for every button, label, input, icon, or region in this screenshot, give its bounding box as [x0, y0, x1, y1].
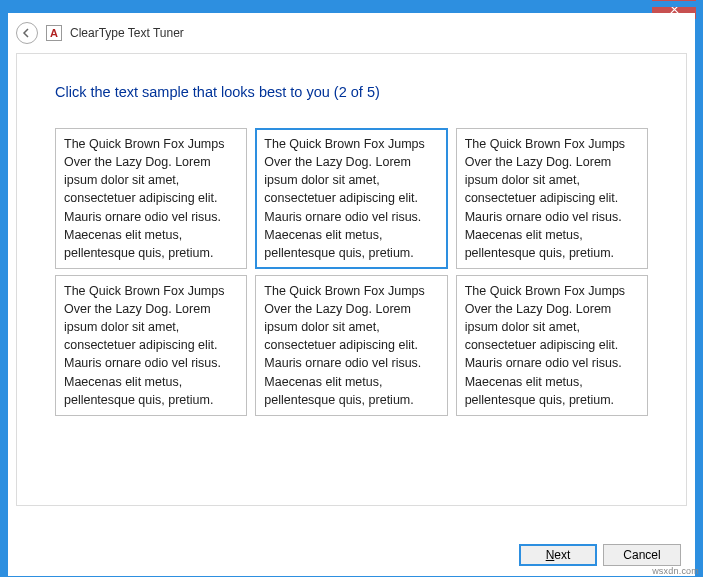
window-frame: A ClearType Text Tuner Click the text sa…: [0, 0, 703, 577]
text-sample-3[interactable]: The Quick Brown Fox Jumps Over the Lazy …: [456, 128, 648, 269]
next-button[interactable]: Next: [519, 544, 597, 566]
samples-grid: The Quick Brown Fox Jumps Over the Lazy …: [55, 128, 648, 416]
text-sample-6[interactable]: The Quick Brown Fox Jumps Over the Lazy …: [456, 275, 648, 416]
watermark: wsxdn.com: [652, 566, 699, 576]
text-sample-4[interactable]: The Quick Brown Fox Jumps Over the Lazy …: [55, 275, 247, 416]
back-button[interactable]: [16, 22, 38, 44]
arrow-left-icon: [21, 27, 33, 39]
button-row: Next Cancel: [519, 544, 681, 566]
text-sample-2[interactable]: The Quick Brown Fox Jumps Over the Lazy …: [255, 128, 447, 269]
app-icon: A: [46, 25, 62, 41]
window-title: ClearType Text Tuner: [70, 26, 184, 40]
cancel-button[interactable]: Cancel: [603, 544, 681, 566]
instruction-text: Click the text sample that looks best to…: [55, 84, 648, 100]
text-sample-5[interactable]: The Quick Brown Fox Jumps Over the Lazy …: [255, 275, 447, 416]
content-panel: Click the text sample that looks best to…: [16, 53, 687, 506]
text-sample-1[interactable]: The Quick Brown Fox Jumps Over the Lazy …: [55, 128, 247, 269]
wizard-header: A ClearType Text Tuner: [8, 13, 695, 53]
